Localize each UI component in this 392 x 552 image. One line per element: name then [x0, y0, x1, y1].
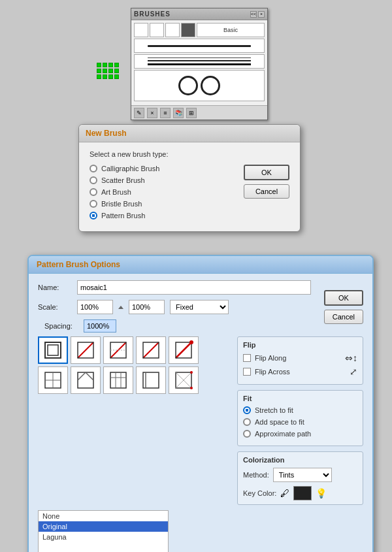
flip-title: Flip	[243, 341, 357, 349]
pattern-ok-button[interactable]: OK	[324, 290, 363, 306]
lib-icon[interactable]: 📚	[173, 108, 184, 118]
brush-swatch-4[interactable]	[181, 23, 195, 37]
method-label: Method:	[243, 471, 269, 479]
scale-input-2[interactable]	[129, 300, 165, 314]
list-box[interactable]: None Original Laguna	[38, 510, 169, 552]
tiles-row-top	[38, 336, 231, 364]
pattern-brush-dialog: Pattern Brush Options Name: Scale: Fixed…	[27, 255, 374, 552]
options-icon[interactable]: ≡	[160, 108, 171, 118]
tile-b3-svg	[108, 370, 129, 391]
tile-5[interactable]	[169, 336, 199, 364]
tile-b3[interactable]	[103, 366, 133, 394]
brush-thin-lines[interactable]	[134, 54, 265, 69]
tile-b4-svg	[140, 370, 161, 391]
tile-b2[interactable]	[71, 366, 101, 394]
name-row: Name:	[38, 280, 363, 295]
tile-3-svg	[108, 340, 129, 361]
close-btn[interactable]: ×	[258, 11, 265, 18]
spacing-input[interactable]	[84, 319, 116, 333]
green-dot-12	[114, 74, 119, 79]
tile-2[interactable]	[71, 336, 101, 364]
flip-across-label: Flip Across	[255, 368, 346, 376]
key-color-row: Key Color: 🖋 💡	[243, 486, 357, 500]
bottom-section: None Original Laguna	[38, 510, 363, 552]
list-area: None Original Laguna	[38, 510, 169, 552]
radio-scatter[interactable]: Scatter Brush	[90, 176, 237, 184]
svg-rect-15	[78, 372, 93, 388]
list-item-laguna[interactable]: Laguna	[39, 532, 168, 542]
new-brush-icon[interactable]: ✎	[134, 108, 144, 118]
radio-art-input[interactable]	[90, 188, 97, 196]
brush-circles[interactable]	[134, 70, 265, 101]
key-color-swatch[interactable]	[293, 486, 312, 500]
tile-3[interactable]	[103, 336, 133, 364]
tile-4[interactable]	[136, 336, 166, 364]
fit-stretch-label: Stretch to fit	[255, 406, 293, 414]
brush-row-4	[134, 70, 265, 101]
brushes-controls: << ×	[250, 11, 265, 18]
scale-label: Scale:	[38, 303, 72, 311]
brush-basic-label: Basic	[223, 27, 238, 33]
green-dots-icon	[97, 63, 120, 80]
list-item-original[interactable]: Original	[39, 521, 168, 532]
fit-add-space-radio[interactable]	[243, 418, 251, 426]
method-row: Method: Tints	[243, 468, 357, 482]
tile-1[interactable]	[38, 336, 68, 364]
method-select[interactable]: Tints	[273, 468, 332, 482]
tile-b4[interactable]	[136, 366, 166, 394]
flip-across-icon: ⤢	[350, 366, 357, 377]
brushes-panel: BRUSHES << × Basic	[131, 8, 268, 120]
flip-across-checkbox[interactable]	[243, 368, 251, 376]
flip-along-checkbox[interactable]	[243, 354, 251, 362]
pattern-title: Pattern Brush Options	[37, 260, 120, 269]
fit-stretch[interactable]: Stretch to fit	[243, 406, 357, 414]
brushes-content: Basic	[131, 20, 267, 105]
tiles-section: Flip Flip Along ⇔↕ Flip Across ⤢ Fit	[38, 336, 363, 505]
brush-swatch-1[interactable]	[134, 23, 148, 37]
fit-approx-radio[interactable]	[243, 430, 251, 438]
tile-2-svg	[75, 340, 96, 361]
radio-pattern-input[interactable]	[90, 212, 97, 219]
eyedropper-icon[interactable]: 🖋	[280, 488, 289, 498]
flip-across-item: Flip Across ⤢	[243, 366, 357, 377]
fixed-select[interactable]: Fixed	[170, 300, 229, 314]
svg-rect-1	[48, 345, 58, 355]
radio-art[interactable]: Art Brush	[90, 188, 237, 196]
pattern-cancel-button[interactable]: Cancel	[324, 310, 363, 324]
radio-calligraphic[interactable]: Calligraphic Brush	[90, 165, 237, 172]
tile-b1[interactable]	[38, 366, 68, 394]
pattern-titlebar: Pattern Brush Options	[29, 256, 372, 274]
radio-scatter-input[interactable]	[90, 176, 97, 184]
brush-swatch-2[interactable]	[150, 23, 164, 37]
brush-swatch-basic[interactable]: Basic	[197, 23, 265, 37]
new-brush-content: Select a new brush type: Calligraphic Br…	[79, 142, 300, 231]
radio-bristle-input[interactable]	[90, 200, 97, 208]
brush-swatch-3[interactable]	[165, 23, 180, 37]
scale-input-1[interactable]	[77, 300, 113, 314]
lightbulb-icon[interactable]: 💡	[316, 488, 327, 498]
new-brush-cancel-button[interactable]: Cancel	[244, 184, 289, 199]
green-dot-5	[97, 69, 101, 73]
collapse-btn[interactable]: <<	[250, 11, 257, 18]
list-item-none[interactable]: None	[39, 511, 168, 521]
radio-pattern[interactable]: Pattern Brush	[90, 212, 237, 219]
fit-add-space[interactable]: Add space to fit	[243, 418, 357, 426]
flip-along-item: Flip Along ⇔↕	[243, 353, 357, 363]
delete-brush-icon[interactable]: ×	[147, 108, 157, 118]
radio-bristle[interactable]: Bristle Brush	[90, 200, 237, 208]
brush-thick-line[interactable]	[134, 39, 265, 53]
new-brush-ok-button[interactable]: OK	[244, 165, 289, 180]
fit-approx[interactable]: Approximate path	[243, 430, 357, 438]
stroke-icon[interactable]: ⊞	[186, 108, 197, 118]
tile-b5[interactable]	[169, 366, 199, 394]
fit-stretch-radio[interactable]	[243, 406, 251, 414]
green-dot-6	[103, 69, 107, 73]
radio-calligraphic-input[interactable]	[90, 165, 97, 172]
name-input[interactable]	[77, 280, 311, 295]
fit-add-space-label: Add space to fit	[255, 418, 304, 426]
thin-line-1	[148, 57, 251, 58]
circle-1	[178, 76, 198, 95]
green-dot-9	[97, 74, 101, 79]
circle-2	[201, 76, 220, 95]
svg-line-7	[143, 342, 159, 358]
